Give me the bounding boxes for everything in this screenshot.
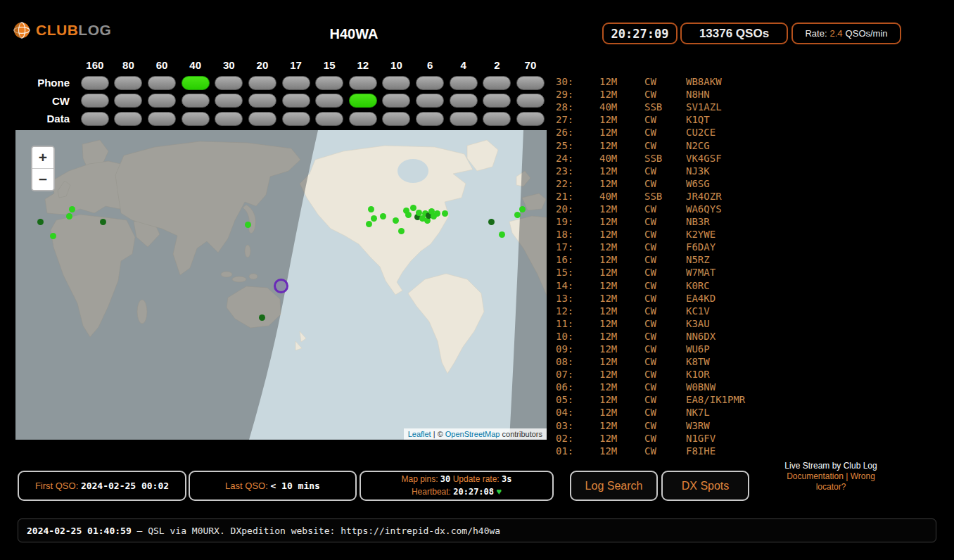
map-pin[interactable]: [393, 217, 399, 224]
qso-index: 19:: [556, 216, 599, 227]
map-pin[interactable]: [434, 210, 440, 217]
qso-mode: CW: [644, 420, 686, 431]
dxpedition-station-marker[interactable]: [274, 279, 288, 293]
map-pin[interactable]: [66, 213, 72, 219]
qso-band: 12M: [599, 165, 644, 177]
qso-band: 12M: [599, 394, 644, 405]
qso-index: 07:: [556, 369, 599, 380]
leaflet-link[interactable]: Leaflet: [408, 430, 431, 438]
update-rate-value: 3s: [502, 474, 511, 484]
map-pin[interactable]: [416, 210, 422, 216]
qso-index: 27:: [556, 114, 599, 125]
qso-index: 29:: [556, 89, 599, 100]
qso-index: 02:: [556, 433, 599, 444]
rate-unit: QSOs/min: [846, 28, 888, 39]
qso-row: 01:12MCWF8IHE: [556, 445, 950, 457]
qso-index: 25:: [556, 140, 599, 151]
utc-clock-badge: 20:27:09: [602, 23, 678, 44]
qso-callsign: JR4OZR: [686, 191, 950, 202]
rate-value: 2.4: [830, 28, 843, 39]
qso-band: 12M: [599, 229, 644, 240]
map-pin[interactable]: [69, 206, 75, 212]
dx-spots-button[interactable]: DX Spots: [661, 471, 749, 501]
qso-callsign: NJ3K: [686, 165, 950, 177]
qso-callsign: K1OR: [686, 369, 950, 380]
map-pin[interactable]: [366, 221, 372, 227]
map-pin[interactable]: [488, 219, 495, 225]
mode-row-label: Data: [15, 113, 78, 125]
qso-row: 27:12MCWK1QT: [556, 113, 950, 126]
world-map[interactable]: + − Leaflet | © OpenStreetMap contributo…: [15, 130, 547, 440]
qso-index: 17:: [556, 241, 599, 253]
map-pin[interactable]: [514, 212, 521, 218]
qso-callsign: WU6P: [686, 343, 950, 355]
map-pin[interactable]: [259, 314, 265, 321]
qso-mode: CW: [644, 254, 686, 265]
band-row-data: Data: [15, 110, 547, 128]
qso-mode: CW: [644, 433, 686, 444]
band-slot-cw-15: [315, 94, 343, 108]
qso-index: 09:: [556, 343, 599, 355]
qso-band: 40M: [599, 153, 644, 164]
band-slot-phone-30: [215, 76, 243, 90]
map-pin[interactable]: [368, 206, 374, 212]
qso-callsign: VK4GSF: [686, 153, 950, 164]
band-slot-cw-70: [516, 94, 545, 108]
openstreetmap-link[interactable]: OpenStreetMap: [445, 430, 500, 438]
qso-row: 17:12MCWF6DAY: [556, 241, 950, 253]
band-slot-cw-60: [148, 94, 176, 108]
map-pin[interactable]: [405, 212, 412, 218]
map-pin[interactable]: [245, 222, 251, 228]
map-pin[interactable]: [380, 213, 386, 219]
qso-index: 30:: [556, 76, 599, 87]
band-column-header-10: 10: [380, 59, 414, 74]
qso-row: 30:12MCWWB8AKW: [556, 75, 950, 88]
band-slot-data-12: [349, 112, 377, 126]
band-slot-phone-12: [349, 76, 377, 90]
qso-row: 21:40MSSBJR4OZR: [556, 190, 950, 203]
map-pin[interactable]: [499, 231, 505, 238]
qso-mode: SSB: [644, 101, 686, 113]
qso-mode: CW: [644, 203, 686, 215]
heartbeat-value: 20:27:08: [453, 487, 494, 497]
qso-band: 40M: [599, 101, 644, 113]
band-slot-data-40: [182, 112, 210, 126]
logo-text-log: LOG: [78, 22, 111, 38]
matrix-spacer: [15, 59, 78, 74]
announcement-timestamp: 2024-02-25 01:40:59: [27, 526, 132, 536]
map-pin[interactable]: [100, 219, 106, 225]
band-column-header-4: 4: [447, 59, 481, 74]
map-pin[interactable]: [37, 219, 44, 225]
mode-row-label: Phone: [15, 77, 78, 89]
band-slot-phone-20: [248, 76, 276, 90]
map-pin[interactable]: [371, 215, 377, 222]
map-pin[interactable]: [519, 206, 526, 212]
qso-callsign: W0BNW: [686, 381, 950, 393]
dxpedition-website-url[interactable]: https://intrepid-dx.com/h40wa: [341, 526, 500, 536]
qso-index: 24:: [556, 153, 599, 164]
rate-badge: Rate: 2.4 QSOs/min: [791, 23, 901, 44]
log-search-button[interactable]: Log Search: [570, 471, 658, 501]
band-slot-data-60: [148, 112, 176, 126]
zoom-out-button[interactable]: −: [32, 168, 53, 190]
qso-index: 18:: [556, 229, 599, 240]
qso-callsign: N5RZ: [686, 254, 950, 265]
qso-callsign: NN6DX: [686, 331, 950, 342]
logo-text-club: CLUB: [36, 22, 78, 38]
heartbeat-label: Heartbeat:: [412, 487, 453, 497]
qso-band: 12M: [599, 420, 644, 431]
qso-row: 04:12MCWNK7L: [556, 406, 950, 419]
first-qso-value: 2024-02-25 00:02: [81, 481, 169, 491]
map-pin[interactable]: [442, 210, 448, 217]
map-pin[interactable]: [50, 233, 56, 239]
map-pin[interactable]: [398, 228, 405, 234]
qso-row: 05:12MCWEA8/IK1PMR: [556, 393, 950, 406]
map-pin[interactable]: [410, 205, 416, 211]
zoom-in-button[interactable]: +: [32, 147, 53, 168]
qso-mode: SSB: [644, 153, 686, 164]
qso-count-badge: 13376 QSOs: [680, 23, 788, 44]
qso-band: 12M: [599, 433, 644, 444]
qso-mode: SSB: [644, 191, 686, 202]
documentation-link[interactable]: Documentation: [787, 471, 844, 481]
band-slot-cw-6: [416, 94, 444, 108]
